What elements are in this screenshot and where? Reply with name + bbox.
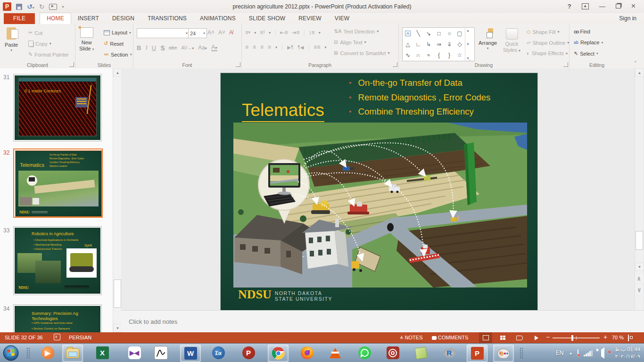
restore-icon[interactable] bbox=[616, 4, 621, 8]
slideshow-view-button[interactable] bbox=[530, 332, 543, 343]
telematics-farm-illustration[interactable] bbox=[233, 123, 527, 288]
font-size-combobox[interactable]: 24▾ bbox=[188, 28, 207, 38]
cut-button[interactable]: ✂Cut bbox=[28, 30, 42, 36]
tab-file[interactable]: FILE bbox=[4, 13, 35, 24]
reset-button[interactable]: ↺Reset bbox=[104, 41, 124, 47]
copy-button[interactable]: Copy▾ bbox=[28, 41, 51, 47]
underline-button[interactable]: U bbox=[152, 44, 156, 51]
sign-in-link[interactable]: Sign in bbox=[619, 15, 636, 22]
arrange-button[interactable]: Arrange▾ bbox=[479, 28, 497, 50]
tab-review[interactable]: REVIEW bbox=[292, 13, 328, 24]
tab-design[interactable]: DESIGN bbox=[106, 13, 141, 24]
shapes-gallery[interactable]: A ╲ ↘ □ ○ ▢ ▲▼▼̲ △ ∟ ↳ ⇒ ⇓ ◇ ∿ ∩ ≈ { } ☆ bbox=[402, 27, 475, 61]
scroll-down-arrow[interactable]: ▼ bbox=[635, 263, 644, 271]
text-shadow-button[interactable]: S bbox=[160, 44, 165, 51]
shape-arrow-icon[interactable]: ↘ bbox=[426, 30, 431, 37]
slide-title[interactable]: Telematics bbox=[242, 100, 324, 122]
rtl-direction-icon[interactable]: ¶◀ bbox=[297, 45, 304, 50]
thumbnail-slide-31[interactable]: 0.1 meter Contours bbox=[13, 74, 102, 141]
slide-sorter-view-button[interactable] bbox=[496, 332, 509, 343]
paste-button[interactable]: Paste▾ bbox=[5, 27, 18, 52]
close-icon[interactable]: × bbox=[631, 2, 636, 10]
convert-smartart-button[interactable]: ⊞Convert to SmartArt▾ bbox=[334, 50, 389, 56]
notes-toggle[interactable]: ≜ NOTES bbox=[400, 335, 423, 340]
new-slide-button[interactable]: New Slide ▾ bbox=[79, 27, 94, 51]
zoom-in-button[interactable]: + bbox=[603, 333, 607, 341]
spellcheck-icon[interactable]: x bbox=[54, 334, 60, 341]
ribbon-display-options-icon[interactable]: ▲ bbox=[582, 3, 589, 9]
shape-down-arrow-icon[interactable]: ⇓ bbox=[447, 41, 452, 48]
font-dialog-launcher[interactable] bbox=[236, 62, 240, 67]
italic-button[interactable]: I bbox=[145, 44, 147, 51]
decrease-indent-icon[interactable]: ⇤≡ bbox=[280, 29, 288, 36]
taskbar-paint[interactable]: 🎨 bbox=[493, 345, 514, 362]
zoom-level[interactable]: 70 % bbox=[612, 335, 624, 340]
scrollbar-thumb[interactable] bbox=[636, 231, 643, 250]
next-slide-button[interactable]: ≪ bbox=[635, 286, 643, 294]
shape-left-brace-icon[interactable]: { bbox=[438, 52, 440, 58]
shape-elbow-arrow-icon[interactable]: ↳ bbox=[426, 41, 431, 48]
shape-scribble-icon[interactable]: ∿ bbox=[405, 52, 410, 58]
help-icon[interactable]: ? bbox=[568, 3, 571, 10]
tab-home[interactable]: HOME bbox=[40, 13, 71, 24]
font-name-combobox[interactable]: ▾ bbox=[137, 28, 190, 38]
clipboard-dialog-launcher[interactable] bbox=[69, 62, 74, 67]
language-indicator[interactable]: PERSIAN bbox=[69, 335, 91, 340]
start-button[interactable] bbox=[1, 345, 21, 361]
taskbar-firefox[interactable] bbox=[297, 345, 317, 361]
numbering-icon[interactable]: ≡¹ bbox=[260, 29, 265, 36]
drawing-dialog-launcher[interactable] bbox=[563, 62, 568, 67]
clock[interactable]: 01:44 ب.ظ ۲۰۲۰/۱۷/۰۹ bbox=[615, 346, 640, 360]
align-text-button[interactable]: ⊟Align Text▾ bbox=[334, 39, 366, 45]
thumbnail-slide-34[interactable]: Summary: Precision Ag Technologies ▪ GPS… bbox=[13, 304, 102, 332]
notes-pane[interactable]: Click to add notes bbox=[121, 310, 644, 333]
tab-view[interactable]: VIEW bbox=[328, 13, 356, 24]
columns-icon[interactable]: ≡≡ bbox=[314, 44, 320, 50]
change-case-button[interactable]: Aa▾ bbox=[198, 44, 207, 51]
taskbar-spiral-app[interactable] bbox=[383, 345, 403, 361]
thumbnail-scrollbar[interactable]: ▲ ▼ bbox=[113, 68, 121, 332]
shape-curve-icon[interactable]: ≈ bbox=[427, 52, 430, 58]
shape-arc-icon[interactable]: ∩ bbox=[416, 52, 421, 58]
quick-styles-button[interactable]: Quick Styles ▾ bbox=[503, 28, 520, 53]
shape-right-arrow-icon[interactable]: ⇒ bbox=[437, 41, 441, 48]
thumbnail-slide-32-selected[interactable]: Telematics On-the-go Transfer of DataRem… bbox=[13, 148, 103, 218]
collapse-ribbon-icon[interactable]: ⌃ bbox=[634, 60, 637, 66]
shape-fill-button[interactable]: ◇Shape Fill▾ bbox=[527, 29, 559, 35]
scrollbar-thumb[interactable] bbox=[114, 280, 121, 308]
thumbnail-slide-33[interactable]: Robotics in Agriculture • Chemical Appli… bbox=[13, 226, 102, 295]
shape-effects-button[interactable]: ◐Shape Effects▾ bbox=[527, 50, 568, 56]
shapes-scrollbar[interactable]: ▲▼▼̲ bbox=[465, 28, 471, 61]
minimize-icon[interactable]: — bbox=[599, 3, 605, 10]
clear-formatting-button[interactable]: A̸ bbox=[229, 29, 233, 36]
strikethrough-button[interactable]: abc bbox=[169, 45, 177, 50]
tab-insert[interactable]: INSERT bbox=[71, 13, 106, 24]
taskbar-file-explorer[interactable] bbox=[62, 345, 83, 362]
taskbar-stats-app[interactable] bbox=[151, 345, 171, 361]
fit-slide-to-window-button[interactable] bbox=[628, 335, 629, 341]
taskbar-spss[interactable]: Σα bbox=[208, 345, 228, 361]
previous-slide-button[interactable]: ≪ bbox=[635, 275, 643, 282]
shape-right-brace-icon[interactable]: } bbox=[448, 52, 450, 58]
notes-placeholder[interactable]: Click to add notes bbox=[129, 318, 177, 325]
layout-button[interactable]: Layout▾ bbox=[104, 30, 131, 35]
slide-indicator[interactable]: SLIDE 32 OF 36 bbox=[5, 335, 43, 340]
scroll-down-arrow[interactable]: ▼ bbox=[113, 324, 122, 332]
tab-slideshow[interactable]: SLIDE SHOW bbox=[242, 13, 292, 24]
shape-outline-button[interactable]: ▱Shape Outline▾ bbox=[527, 40, 569, 46]
network-status-icon[interactable]: ✕ bbox=[578, 350, 578, 356]
shape-star-icon[interactable]: ☆ bbox=[457, 52, 462, 58]
taskbar-excel[interactable]: X bbox=[92, 345, 112, 361]
slide-area-scrollbar[interactable]: ▲ ▼ ≪ ≪ bbox=[635, 68, 643, 310]
justify-icon[interactable]: ≡ bbox=[268, 44, 271, 50]
increase-indent-icon[interactable]: ⇥≡ bbox=[291, 29, 299, 36]
reading-view-button[interactable] bbox=[513, 332, 526, 343]
shape-corner-icon[interactable]: ◇ bbox=[457, 41, 462, 48]
scroll-up-arrow[interactable]: ▲ bbox=[635, 68, 644, 77]
taskbar-notes-app[interactable] bbox=[411, 345, 431, 361]
taskbar-powerpoint[interactable]: P bbox=[467, 345, 487, 362]
replace-button[interactable]: abReplace▾ bbox=[574, 40, 603, 45]
zoom-slider-thumb[interactable] bbox=[571, 335, 573, 341]
shape-line-icon[interactable]: ╲ bbox=[416, 30, 420, 37]
zoom-out-button[interactable]: − bbox=[546, 333, 550, 341]
